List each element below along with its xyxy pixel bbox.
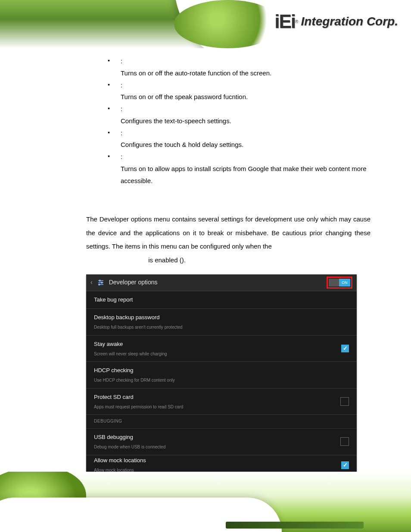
row-take-bug-report[interactable]: Take bug report (86, 291, 357, 309)
brand-logo: iEi® Integration Corp. (274, 11, 398, 32)
list-item: Turns on to allow apps to install script… (86, 151, 371, 187)
accessibility-bullet-list: Turns on or off the auto-rotate function… (86, 55, 371, 187)
logo-main: iEi (274, 11, 295, 32)
developer-options-intro: The Developer options menu contains seve… (86, 212, 371, 267)
bullet-desc: Turns on to allow apps to install script… (121, 163, 371, 187)
checkbox-checked-icon[interactable] (341, 345, 349, 352)
bottom-strip (226, 522, 364, 529)
intro-text-b: is enabled ( (146, 256, 182, 264)
row-title: Protect SD card (94, 392, 183, 402)
row-title: Allow mock locations (94, 455, 146, 466)
row-title: Desktop backup password (94, 312, 182, 323)
svg-point-4 (101, 282, 102, 283)
row-title: USB debugging (94, 432, 165, 442)
row-title: HDCP checking (94, 365, 175, 376)
dev-options-toggle-highlight: ON (327, 277, 352, 289)
row-allow-mock-locations[interactable]: Allow mock locations Allow mock location… (86, 455, 357, 473)
list-item: Configures the touch & hold delay settin… (86, 127, 371, 151)
checkbox-unchecked-icon[interactable] (340, 437, 349, 446)
back-icon[interactable]: ‹ (90, 277, 93, 288)
checkbox-checked-icon[interactable] (341, 461, 349, 469)
bullet-title (121, 81, 122, 89)
screenshot-header: ‹ Developer options ON (86, 274, 357, 291)
sliders-icon (97, 279, 105, 286)
row-stay-awake[interactable]: Stay awake Screen will never sleep while… (86, 336, 357, 362)
list-item: Configures the text-to-speech settings. (86, 103, 371, 127)
bullet-desc: Turns on or off the auto-rotate function… (121, 67, 371, 79)
bullet-desc: Configures the text-to-speech settings. (121, 115, 371, 127)
row-subtitle: Debug mode when USB is connected (94, 443, 165, 451)
row-usb-debugging[interactable]: USB debugging Debug mode when USB is con… (86, 429, 357, 455)
list-item: Turns on or off the speak password fucnt… (86, 79, 371, 103)
toggle-on-label: ON (339, 279, 350, 286)
screenshot-title: Developer options (109, 277, 158, 288)
row-subtitle: Apps must request permission to read SD … (94, 403, 183, 411)
bullet-title (121, 105, 122, 112)
checkbox-unchecked-icon[interactable] (340, 397, 349, 406)
bullet-title (121, 57, 122, 65)
svg-point-5 (98, 284, 100, 285)
svg-point-3 (99, 280, 100, 281)
bottom-banner (0, 472, 411, 532)
top-banner: iEi® Integration Corp. (0, 0, 411, 48)
bullet-desc: Turns on or off the speak password fucnt… (121, 91, 371, 103)
row-desktop-backup-password[interactable]: Desktop backup password Desktop full bac… (86, 309, 357, 336)
page-content: Turns on or off the auto-rotate function… (86, 55, 371, 473)
row-subtitle: Desktop full backups aren't currently pr… (94, 324, 182, 332)
row-subtitle: Screen will never sleep while charging (94, 350, 167, 358)
logo-tm: ® (295, 19, 298, 24)
bullet-title (121, 129, 122, 137)
intro-text-c: ). (182, 256, 186, 264)
row-subtitle: Use HDCP checking for DRM content only (94, 376, 175, 385)
bullet-desc: Configures the touch & hold delay settin… (121, 139, 371, 151)
intro-text-a: The Developer options menu contains seve… (86, 215, 371, 250)
list-item: Turns on or off the auto-rotate function… (86, 55, 371, 79)
dev-options-toggle[interactable]: ON (329, 279, 350, 286)
developer-options-screenshot: ‹ Developer options ON Take bug report D… (86, 274, 357, 472)
row-title: Take bug report (94, 295, 133, 305)
row-hdcp-checking[interactable]: HDCP checking Use HDCP checking for DRM … (86, 362, 357, 389)
logo-subtitle: Integration Corp. (301, 15, 398, 28)
row-title: Stay awake (94, 339, 167, 349)
bullet-title (121, 153, 122, 160)
row-protect-sd-card[interactable]: Protect SD card Apps must request permis… (86, 389, 357, 415)
section-label-debugging: DEBUGGING (86, 415, 357, 429)
